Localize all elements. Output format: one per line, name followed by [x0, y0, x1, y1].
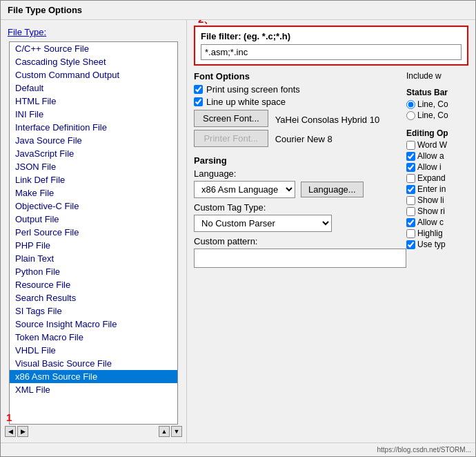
screen-font-group: Screen Font... Printer Font... — [194, 110, 268, 147]
file-list-item[interactable]: Cascading Style Sheet — [10, 55, 177, 68]
center-col: Font Options Print using screen fonts Li… — [194, 71, 406, 268]
status-bar-radio-2: Line, Co — [406, 110, 468, 120]
font-options-title: Font Options — [194, 71, 406, 81]
file-list-item[interactable]: Resource File — [10, 278, 177, 291]
right-side-col: Include w Status Bar Line, Co Line, Co — [406, 71, 468, 268]
file-list-item[interactable]: Custom Command Output — [10, 68, 177, 81]
file-list-item[interactable]: Objective-C File — [10, 200, 177, 213]
scroll-down-btn[interactable]: ▼ — [171, 426, 182, 437]
scroll-up-btn[interactable]: ▲ — [159, 426, 170, 437]
editing-option-cb[interactable] — [406, 229, 415, 238]
filter-wrapper: 2、 File filter: (eg. *.c;*.h) — [194, 26, 468, 66]
file-list-item[interactable]: JavaScript File — [10, 147, 177, 160]
file-list-item[interactable]: Default — [10, 81, 177, 95]
bottom-text: https://blog.csdn.net/STORM... — [377, 446, 471, 454]
status-bar-title: Status Bar — [406, 88, 468, 97]
editing-option-row: Use typ — [406, 240, 468, 249]
editing-option-cb[interactable] — [406, 240, 415, 249]
font-options-section: Font Options Print using screen fonts Li… — [194, 71, 406, 147]
file-list-item[interactable]: Token Macro File — [10, 331, 177, 344]
line-up-whitespace-row: Line up white space — [194, 97, 406, 107]
editing-title: Editing Op — [406, 128, 468, 138]
title-bar: File Type Options — [1, 1, 475, 20]
status-bar-radio-btn-1[interactable] — [406, 100, 415, 109]
editing-option-label: Allow i — [417, 162, 442, 172]
file-list-item[interactable]: Link Def File — [10, 173, 177, 186]
editing-option-cb[interactable] — [406, 141, 415, 150]
print-screen-fonts-label: Print using screen fonts — [206, 84, 300, 95]
file-list-item[interactable]: Output File — [10, 213, 177, 226]
custom-tag-type-label: Custom Tag Type: — [194, 202, 406, 213]
custom-tag-dropdown-row: No Custom Parser — [194, 215, 406, 232]
file-list-item[interactable]: Java Source File — [10, 134, 177, 147]
content-area: File Type: C/C++ Source FileCascading St… — [1, 20, 475, 443]
file-list-item[interactable]: Source Insight Macro File — [10, 318, 177, 331]
editing-option-cb[interactable] — [406, 207, 415, 216]
file-list[interactable]: C/C++ Source FileCascading Style SheetCu… — [9, 41, 178, 425]
language-dropdown[interactable]: x86 Asm Language — [194, 181, 295, 198]
scroll-right-btn[interactable]: ▶ — [17, 426, 28, 437]
line-up-whitespace-label: Line up white space — [206, 97, 286, 107]
font-labels: YaHei Consolas Hybrid 10 Courier New 8 — [275, 110, 380, 144]
callout-1: 1 — [6, 411, 12, 423]
parsing-section: Parsing Language: x86 Asm Language Langu… — [194, 155, 406, 268]
editing-option-cb[interactable] — [406, 163, 415, 172]
editing-option-row: Show ri — [406, 206, 468, 216]
custom-tag-type-dropdown[interactable]: No Custom Parser — [194, 215, 332, 232]
print-screen-fonts-cb[interactable] — [194, 85, 203, 94]
editing-section: Editing Op Word WAllow aAllow iExpandEnt… — [406, 128, 468, 251]
file-list-item[interactable]: PHP File — [10, 239, 177, 252]
editing-option-label: Expand — [417, 173, 446, 183]
scroll-left-btn[interactable]: ◀ — [5, 426, 16, 437]
editing-option-cb[interactable] — [406, 174, 415, 183]
file-list-item[interactable]: Make File — [10, 186, 177, 200]
status-bar-opt-1: Line, Co — [417, 99, 448, 109]
parsing-title: Parsing — [194, 155, 406, 166]
file-list-item[interactable]: Python File — [10, 265, 177, 278]
editing-option-row: Allow c — [406, 217, 468, 227]
dialog: File Type Options File Type: C/C++ Sourc… — [0, 0, 476, 457]
file-list-item[interactable]: INI File — [10, 108, 177, 121]
status-bar-radio-1: Line, Co — [406, 99, 468, 109]
scroll-up-buttons: ▲ ▼ — [159, 426, 182, 437]
file-list-item[interactable]: JSON File — [10, 160, 177, 173]
language-dropdown-row: x86 Asm Language Language... — [194, 181, 406, 198]
editing-option-label: Use typ — [417, 240, 446, 249]
left-panel: File Type: C/C++ Source FileCascading St… — [1, 20, 187, 443]
editing-option-cb[interactable] — [406, 196, 415, 205]
status-bar-radio-btn-2[interactable] — [406, 111, 415, 120]
language-label: Language: — [194, 168, 406, 179]
printer-font-button[interactable]: Printer Font... — [194, 130, 268, 147]
include-label: Include w — [406, 71, 468, 81]
file-list-item[interactable]: VHDL File — [10, 344, 177, 357]
editing-option-row: Expand — [406, 173, 468, 183]
right-panel: 2、 File filter: (eg. *.c;*.h) Font Optio… — [187, 20, 475, 443]
filter-input[interactable] — [201, 44, 462, 60]
screen-font-value: YaHei Consolas Hybrid 10 — [275, 113, 380, 125]
file-list-item[interactable]: HTML File — [10, 95, 177, 108]
scroll-left-buttons: ◀ ▶ — [5, 426, 28, 437]
file-list-item[interactable]: C/C++ Source File — [10, 42, 177, 55]
editing-option-row: Highlig — [406, 228, 468, 238]
editing-option-cb[interactable] — [406, 185, 415, 194]
file-list-item[interactable]: SI Tags File — [10, 304, 177, 318]
screen-font-button[interactable]: Screen Font... — [194, 110, 268, 127]
editing-option-row: Show li — [406, 195, 468, 205]
editing-option-label: Word W — [417, 140, 447, 150]
file-list-item[interactable]: Plain Text — [10, 252, 177, 265]
editing-option-label: Show ri — [417, 206, 445, 216]
language-button[interactable]: Language... — [301, 182, 364, 197]
editing-option-cb[interactable] — [406, 152, 415, 161]
file-list-item[interactable]: XML File — [10, 383, 177, 396]
editing-option-cb[interactable] — [406, 218, 415, 227]
file-list-item[interactable]: Interface Definition File — [10, 121, 177, 134]
editing-options-container: Word WAllow aAllow iExpandEnter inShow l… — [406, 140, 468, 249]
file-list-item[interactable]: Visual Basic Source File — [10, 357, 177, 370]
line-up-whitespace-cb[interactable] — [194, 97, 203, 106]
file-list-item[interactable]: x86 Asm Source File — [10, 370, 177, 383]
editing-option-label: Show li — [417, 195, 444, 205]
file-type-label: File Type: — [1, 24, 186, 41]
custom-pattern-input[interactable] — [194, 249, 406, 268]
file-list-item[interactable]: Perl Source File — [10, 226, 177, 239]
file-list-item[interactable]: Search Results — [10, 291, 177, 304]
